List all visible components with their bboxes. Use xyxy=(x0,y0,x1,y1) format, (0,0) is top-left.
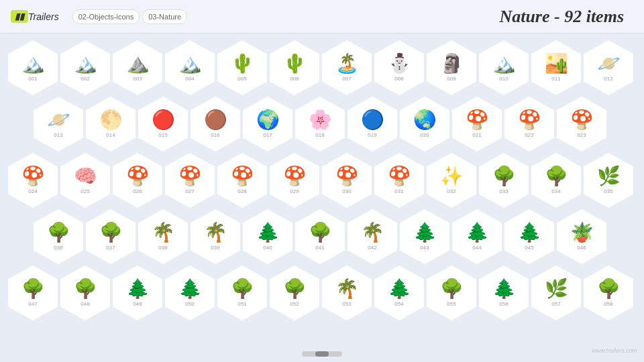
hex-cell[interactable]: 🍄028 xyxy=(217,153,267,208)
hex-cell[interactable]: 🌲056 xyxy=(479,265,529,320)
hex-icon: 🌲 xyxy=(388,280,411,298)
hex-cell[interactable]: 🌳034 xyxy=(531,153,581,208)
hex-label: 016 xyxy=(211,132,219,138)
hex-cell[interactable]: 🌿035 xyxy=(584,153,633,208)
hex-cell[interactable]: 🏜️011 xyxy=(531,40,581,95)
hex-label: 002 xyxy=(80,76,89,82)
hex-label: 033 xyxy=(499,188,508,194)
hex-cell[interactable]: 🌲040 xyxy=(243,209,292,264)
scrollbar[interactable] xyxy=(302,351,342,357)
hex-label: 036 xyxy=(54,245,62,251)
hex-cell[interactable]: 🌍017 xyxy=(243,97,292,152)
logo[interactable]: ▮▮ Trailers xyxy=(11,10,59,23)
hex-label: 021 xyxy=(472,132,481,138)
hex-icon: 🌳 xyxy=(99,223,123,242)
hex-label: 029 xyxy=(290,188,299,194)
hex-label: 054 xyxy=(394,301,403,307)
hex-cell[interactable]: 🌳041 xyxy=(295,209,345,264)
hex-cell[interactable]: 🌵005 xyxy=(217,40,267,95)
hex-cell[interactable]: 🪐012 xyxy=(584,40,633,95)
watermark: www.trailers.com xyxy=(592,347,637,354)
hex-label: 037 xyxy=(106,245,115,251)
hex-cell[interactable]: 🌳048 xyxy=(60,265,110,320)
hex-cell[interactable]: 🏝️007 xyxy=(322,40,372,95)
breadcrumb-nature[interactable]: 03-Nature xyxy=(142,9,187,24)
hex-cell[interactable]: 🌳055 xyxy=(427,265,476,320)
hex-cell[interactable]: 🟤016 xyxy=(191,97,240,152)
hex-label: 023 xyxy=(577,132,586,138)
hex-icon: 🔵 xyxy=(361,111,384,129)
hex-label: 015 xyxy=(158,132,167,138)
hex-cell[interactable]: 🏔️010 xyxy=(479,40,529,95)
hex-cell[interactable]: 🍄022 xyxy=(504,97,554,152)
hex-label: 027 xyxy=(185,188,194,194)
hex-cell[interactable]: 🌳047 xyxy=(8,265,58,320)
hex-cell[interactable]: ⛄008 xyxy=(374,40,424,95)
hex-cell[interactable]: 🌕014 xyxy=(86,97,136,152)
hex-cell[interactable]: 🌳052 xyxy=(270,265,319,320)
hex-cell[interactable]: 🍄029 xyxy=(270,153,319,208)
hex-icon: 🏝️ xyxy=(335,54,359,73)
hex-label: 019 xyxy=(368,132,376,138)
hex-label: 007 xyxy=(342,76,351,82)
hex-cell[interactable]: 🌲054 xyxy=(374,265,424,320)
hex-cell[interactable]: 🌏020 xyxy=(400,97,449,152)
hex-cell[interactable]: 🌴038 xyxy=(138,209,188,264)
hex-cell[interactable]: 🌴042 xyxy=(347,209,397,264)
hex-cell[interactable]: 🍄021 xyxy=(452,97,502,152)
hex-cell[interactable]: 🍄023 xyxy=(557,97,606,152)
hex-cell[interactable]: 🪐013 xyxy=(34,97,83,152)
hex-label: 040 xyxy=(263,245,272,251)
hex-cell[interactable]: 🔵019 xyxy=(347,97,397,152)
hex-cell[interactable]: 🌳058 xyxy=(584,265,633,320)
hex-cell[interactable]: 🗿009 xyxy=(427,40,476,95)
hex-cell[interactable]: 🌵006 xyxy=(270,40,319,95)
hex-label: 041 xyxy=(315,245,324,251)
hex-label: 048 xyxy=(80,301,89,307)
scrollbar-thumb[interactable] xyxy=(315,351,329,357)
hex-cell[interactable]: 🏔️004 xyxy=(165,40,215,95)
hex-icon: 🌲 xyxy=(178,280,202,298)
hex-icon: ⛰️ xyxy=(126,54,150,73)
hex-label: 055 xyxy=(447,301,455,307)
hex-icon: 🌳 xyxy=(21,280,45,298)
hex-cell[interactable]: 🌲050 xyxy=(165,265,215,320)
hex-cell[interactable]: 🌳051 xyxy=(217,265,267,320)
hex-icon: 🍄 xyxy=(466,111,489,129)
hex-icon: 🪴 xyxy=(570,223,594,242)
hex-icon: 🍄 xyxy=(21,167,45,186)
hex-cell[interactable]: 🍄024 xyxy=(8,153,58,208)
hex-cell[interactable]: 🌳036 xyxy=(34,209,83,264)
hex-cell[interactable]: ⛰️003 xyxy=(113,40,162,95)
hex-label: 025 xyxy=(80,188,89,194)
hex-cell[interactable]: 🌲043 xyxy=(400,209,449,264)
hex-cell[interactable]: 🌳033 xyxy=(479,153,529,208)
hex-cell[interactable]: 🍄030 xyxy=(322,153,372,208)
hex-cell[interactable]: 🌲049 xyxy=(113,265,162,320)
hex-label: 022 xyxy=(525,132,533,138)
hex-cell[interactable]: 🌴039 xyxy=(191,209,240,264)
hex-cell[interactable]: 🔴015 xyxy=(138,97,188,152)
hex-icon: 🌳 xyxy=(231,280,254,298)
hex-cell[interactable]: 🌲044 xyxy=(452,209,502,264)
hex-icon: 🏜️ xyxy=(545,54,568,73)
hex-cell[interactable]: 🌳037 xyxy=(86,209,136,264)
hex-label: 024 xyxy=(28,188,37,194)
hex-label: 009 xyxy=(447,76,455,82)
hex-label: 005 xyxy=(237,76,246,82)
hex-cell[interactable]: 🌴053 xyxy=(322,265,372,320)
hex-cell[interactable]: 🏔️001 xyxy=(8,40,58,95)
hex-cell[interactable]: 🍄031 xyxy=(374,153,424,208)
hex-label: 020 xyxy=(420,132,429,138)
hex-cell[interactable]: 🪴046 xyxy=(557,209,606,264)
hex-cell[interactable]: 🌸018 xyxy=(295,97,345,152)
breadcrumb-objects[interactable]: 02-Objects-icons xyxy=(72,9,140,24)
hex-cell[interactable]: ✨032 xyxy=(427,153,476,208)
hex-icon: 🌲 xyxy=(466,223,489,242)
hex-cell[interactable]: 🏔️002 xyxy=(60,40,110,95)
hex-cell[interactable]: 🧠025 xyxy=(60,153,110,208)
hex-cell[interactable]: 🍄027 xyxy=(165,153,215,208)
hex-cell[interactable]: 🌲045 xyxy=(504,209,554,264)
hex-cell[interactable]: 🍄026 xyxy=(113,153,162,208)
hex-cell[interactable]: 🌿057 xyxy=(531,265,581,320)
